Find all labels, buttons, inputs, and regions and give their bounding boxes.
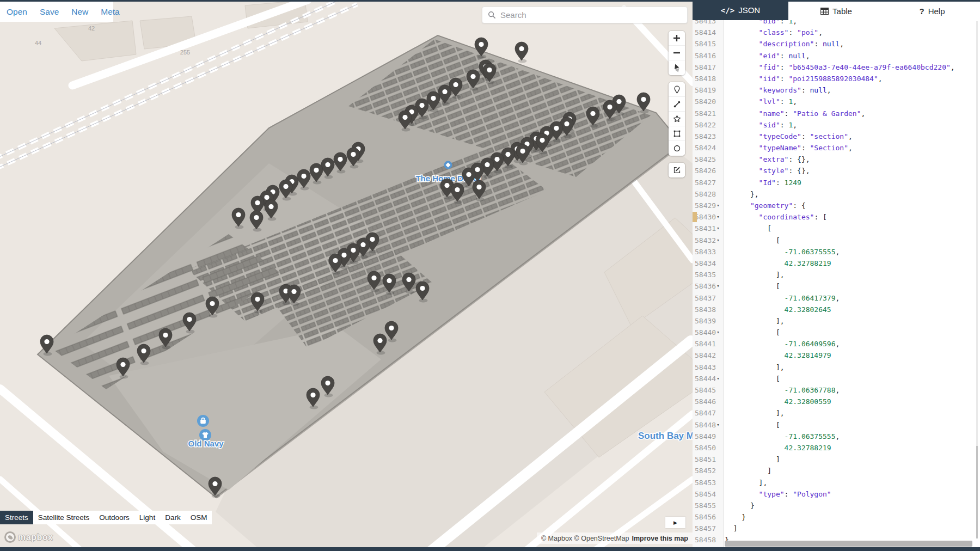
editor-line[interactable]: 58437 -71.06417379, — [693, 292, 980, 304]
editor-line[interactable]: 58443 ], — [693, 362, 980, 373]
code-icon: </> — [721, 6, 734, 15]
house-number: 44 — [35, 40, 41, 46]
editor-vertical-scrollbar[interactable] — [976, 21, 978, 538]
editor-line[interactable]: 58449 -71.06375555, — [693, 431, 980, 442]
editor-line[interactable]: 58431▾ [ — [693, 223, 980, 234]
compass-button[interactable] — [669, 60, 685, 75]
search-box[interactable] — [482, 7, 688, 23]
editor-line[interactable]: 58448▾ [ — [693, 419, 980, 431]
style-switcher: StreetsSatellite StreetsOutdoorsLightDar… — [0, 511, 212, 524]
editor-line[interactable]: 58415 "description": null, — [693, 38, 980, 50]
attribution: © Mapbox © OpenStreetMap Improve this ma… — [537, 532, 693, 544]
style-option-osm[interactable]: OSM — [186, 511, 212, 524]
menu-item-open[interactable]: Open — [7, 7, 27, 17]
fold-arrow-icon[interactable]: ▾ — [714, 200, 722, 211]
editor-line[interactable]: 58444▾ [ — [693, 373, 980, 384]
editor-line[interactable]: 58442 42.32814979 — [693, 350, 980, 361]
editor-lines: 58413 "bid": 1,58414 "class": "poi",5841… — [693, 20, 980, 546]
tab-help-label: Help — [928, 7, 945, 16]
editor-line[interactable]: 58424 "typeName": "Section", — [693, 142, 980, 154]
editor-line[interactable]: 58422 "sid": 1, — [693, 119, 980, 131]
editor-line[interactable]: 58427 "Id": 1249 — [693, 177, 980, 188]
editor-line[interactable]: 58455 } — [693, 500, 980, 511]
draw-circle-button[interactable] — [669, 141, 685, 156]
store-icon — [444, 161, 452, 169]
fold-arrow-icon[interactable]: ▾ — [714, 419, 722, 431]
mapbox-logo-icon — [4, 531, 16, 543]
editor-line[interactable]: 58436▾ [ — [693, 280, 980, 292]
draw-line-button[interactable] — [669, 97, 685, 112]
editor-line[interactable]: 58423 "typeCode": "section", — [693, 131, 980, 142]
editor-horizontal-scrollbar[interactable] — [725, 541, 972, 547]
tab-help[interactable]: ? Help — [884, 0, 980, 20]
editor-line[interactable]: 58416 "eid": null, — [693, 50, 980, 62]
style-option-outdoors[interactable]: Outdoors — [94, 511, 134, 524]
style-option-dark[interactable]: Dark — [160, 511, 186, 524]
draw-polygon-button[interactable] — [669, 112, 685, 126]
editor-line[interactable]: 58439 ], — [693, 315, 980, 327]
panel-toggle-button[interactable]: ▶ — [665, 517, 685, 528]
editor-line[interactable]: 58429▾ "geometry": { — [693, 200, 980, 211]
fold-arrow-icon[interactable]: ▾ — [714, 280, 722, 292]
fold-arrow-icon[interactable]: ▾ — [714, 373, 722, 384]
fold-arrow-icon[interactable]: ▾ — [714, 235, 722, 246]
editor-line[interactable]: 58418 "iid": "poi2159885892030484", — [693, 73, 980, 84]
editor-line[interactable]: 58441 -71.06409596, — [693, 338, 980, 350]
menu-item-save[interactable]: Save — [40, 7, 59, 17]
editor-line[interactable]: 58454 "type": "Polygon" — [693, 488, 980, 500]
style-option-satellite-streets[interactable]: Satellite Streets — [33, 511, 95, 524]
tab-table[interactable]: Table — [788, 0, 884, 20]
editor-line[interactable]: 58440▾ [ — [693, 327, 980, 338]
improve-map-link[interactable]: Improve this map — [632, 535, 689, 542]
fold-arrow-icon[interactable]: ▾ — [714, 223, 722, 234]
editor-line[interactable]: 58413 "bid": 1, — [693, 20, 980, 27]
search-input[interactable] — [500, 10, 682, 20]
editor-line[interactable]: 58453 ], — [693, 477, 980, 488]
editor-line[interactable]: 58434 42.32788219 — [693, 258, 980, 269]
zoom-in-button[interactable] — [669, 31, 685, 46]
edit-feature-button[interactable] — [669, 163, 685, 177]
editor-line[interactable]: 58447 ], — [693, 407, 980, 419]
zoom-out-button[interactable] — [669, 46, 685, 60]
editor-line[interactable]: 58445 -71.06367788, — [693, 384, 980, 396]
compass-icon — [672, 63, 682, 73]
fold-arrow-icon[interactable]: ▾ — [714, 211, 722, 223]
editor-line[interactable]: 58426 "style": {}, — [693, 165, 980, 176]
draw-point-button[interactable] — [669, 82, 685, 97]
draw-rectangle-button[interactable] — [669, 126, 685, 141]
side-panel: </> JSON Table ? Help 58413 "bid": 1,5 — [693, 0, 980, 547]
map-canvas[interactable]: 4442255 The Home DepotOld NavySouth Bay … — [0, 2, 693, 547]
editor-line[interactable]: 58419 "keywords": null, — [693, 84, 980, 96]
editor-line[interactable]: 58446 42.32800559 — [693, 396, 980, 407]
editor-line[interactable]: 58420 "lvl": 1, — [693, 96, 980, 107]
editor-line[interactable]: 58430▾ "coordinates": [ — [693, 211, 980, 223]
editor-line[interactable]: 58432▾ [ — [693, 235, 980, 246]
json-editor[interactable]: 58413 "bid": 1,58414 "class": "poi",5841… — [693, 20, 980, 547]
editor-line[interactable]: 58417 "fid": "b65450a3-7e40-44ee-a79f-ea… — [693, 62, 980, 73]
editor-line[interactable]: 58452 ] — [693, 465, 980, 476]
mapbox-logo-text: mapbox — [18, 532, 53, 542]
editor-line[interactable]: 58451 ] — [693, 454, 980, 465]
menu-item-meta[interactable]: Meta — [101, 7, 119, 17]
menu-item-new[interactable]: New — [71, 7, 88, 17]
style-option-light[interactable]: Light — [134, 511, 160, 524]
editor-line[interactable]: 58428 }, — [693, 188, 980, 200]
plus-icon — [672, 34, 681, 42]
table-icon — [820, 8, 829, 15]
fold-arrow-icon[interactable]: ▾ — [714, 327, 722, 338]
editor-line[interactable]: 58425 "extra": {}, — [693, 154, 980, 165]
editor-line[interactable]: 58438 42.32802645 — [693, 304, 980, 315]
editor-line[interactable]: 58456 } — [693, 511, 980, 523]
search-icon — [488, 11, 496, 19]
bag-icon — [197, 415, 209, 427]
editor-line[interactable]: 58414 "class": "poi", — [693, 27, 980, 38]
tab-json[interactable]: </> JSON — [693, 0, 788, 20]
mapbox-logo[interactable]: mapbox — [4, 531, 53, 543]
tab-table-label: Table — [832, 7, 852, 16]
editor-line[interactable]: 58457 ] — [693, 523, 980, 534]
style-option-streets[interactable]: Streets — [0, 511, 33, 524]
editor-line[interactable]: 58435 ], — [693, 269, 980, 280]
editor-line[interactable]: 58421 "name": "Patio & Garden", — [693, 108, 980, 119]
editor-line[interactable]: 58450 42.32788219 — [693, 442, 980, 454]
editor-line[interactable]: 58433 -71.06375555, — [693, 246, 980, 258]
